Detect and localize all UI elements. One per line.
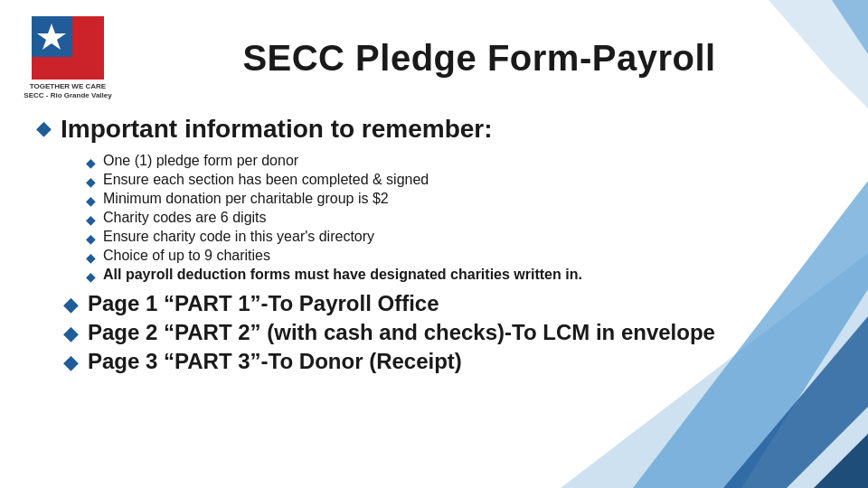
page-diamond-icon: ◆: [63, 351, 79, 374]
page-bullet-text: Page 2 “PART 2” (with cash and checks)-T…: [88, 320, 715, 345]
sub-diamond-icon: ◆: [86, 231, 96, 246]
sub-item-text-bold: All payroll deduction forms must have de…: [103, 267, 582, 283]
page-bullet-text: Page 3 “PART 3”-To Donor (Receipt): [88, 349, 462, 374]
page-bullet-3: ◆ Page 3 “PART 3”-To Donor (Receipt): [63, 349, 832, 374]
page-diamond-icon: ◆: [63, 322, 79, 345]
sub-diamond-icon: ◆: [86, 174, 96, 189]
list-item: ◆ One (1) pledge form per donor: [86, 153, 832, 170]
content-area: ◆ Important information to remember: ◆ O…: [0, 110, 868, 387]
list-item: ◆ Charity codes are 6 digits: [86, 210, 832, 227]
sub-diamond-icon: ◆: [86, 269, 96, 284]
sub-item-text: Choice of up to 9 charities: [103, 248, 270, 264]
list-item: ◆ Choice of up to 9 charities: [86, 248, 832, 265]
sub-item-text: Ensure charity code in this year's direc…: [103, 229, 374, 245]
list-item: ◆ Ensure charity code in this year's dir…: [86, 229, 832, 246]
org-name: TOGETHER WE CARE SECC - Rio Grande Valle…: [24, 82, 111, 101]
list-item: ◆ Ensure each section has been completed…: [86, 172, 832, 189]
sub-list: ◆ One (1) pledge form per donor ◆ Ensure…: [86, 153, 832, 284]
sub-diamond-icon: ◆: [86, 193, 96, 208]
sub-diamond-icon: ◆: [86, 250, 96, 265]
logo: [32, 16, 104, 80]
sub-item-text: Minimum donation per charitable group is…: [103, 191, 389, 207]
header: TOGETHER WE CARE SECC - Rio Grande Valle…: [0, 0, 868, 110]
title-area: SECC Pledge Form-Payroll: [118, 38, 841, 79]
sub-diamond-icon: ◆: [86, 155, 96, 170]
logo-area: TOGETHER WE CARE SECC - Rio Grande Valle…: [18, 16, 118, 101]
page-diamond-icon: ◆: [63, 293, 79, 316]
main-diamond-icon: ◆: [36, 117, 52, 140]
sub-item-text: One (1) pledge form per donor: [103, 153, 298, 169]
slide: TOGETHER WE CARE SECC - Rio Grande Valle…: [0, 0, 868, 488]
sub-diamond-icon: ◆: [86, 212, 96, 227]
main-heading-bullet: ◆ Important information to remember:: [36, 115, 832, 144]
sub-item-text: Ensure each section has been completed &…: [103, 172, 429, 188]
page-bullet-2: ◆ Page 2 “PART 2” (with cash and checks)…: [63, 320, 832, 345]
page-bullet-text: Page 1 “PART 1”-To Payroll Office: [88, 291, 439, 316]
svg-marker-3: [814, 434, 868, 488]
slide-title: SECC Pledge Form-Payroll: [118, 38, 841, 79]
page-bullets: ◆ Page 1 “PART 1”-To Payroll Office ◆ Pa…: [63, 291, 832, 374]
page-bullet-1: ◆ Page 1 “PART 1”-To Payroll Office: [63, 291, 832, 316]
list-item: ◆ All payroll deduction forms must have …: [86, 267, 832, 284]
list-item: ◆ Minimum donation per charitable group …: [86, 191, 832, 208]
sub-item-text: Charity codes are 6 digits: [103, 210, 267, 226]
main-heading-text: Important information to remember:: [61, 115, 493, 144]
